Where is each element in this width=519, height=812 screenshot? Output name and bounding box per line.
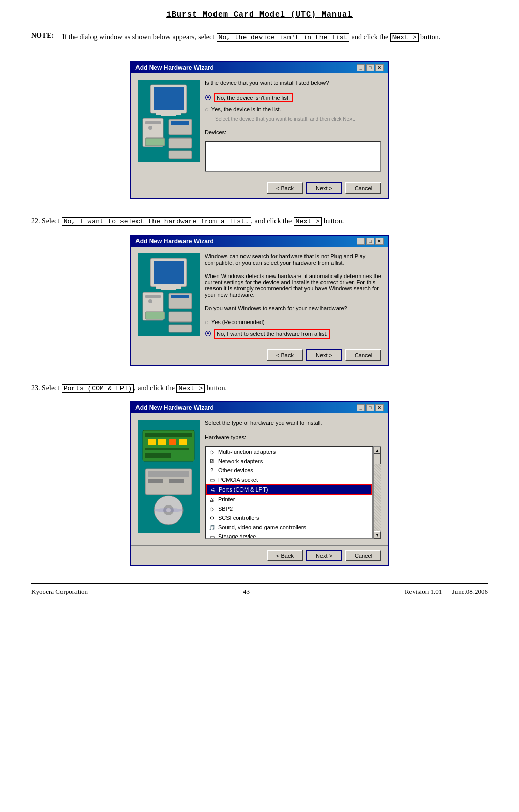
svg-rect-3 <box>161 114 176 116</box>
hw-item-storage[interactable]: ▭ Storage device <box>206 532 372 539</box>
note-text-1: If the dialog window as shown below appe… <box>62 33 217 41</box>
wizard2-content: Windows can now search for hardware that… <box>205 253 381 339</box>
storage-icon: ▭ <box>208 533 216 539</box>
wizard2-radio-group: ○ Yes (Recommended) ⦿ No, I want to sele… <box>205 318 381 339</box>
svg-rect-9 <box>169 138 192 148</box>
page-footer: Kyocera Corporation - 43 - Revision 1.01… <box>31 583 488 596</box>
hw-item-sound[interactable]: 🎵 Sound, video and game controllers <box>206 523 372 532</box>
hw-item-multifunction-label: Multi-function adapters <box>218 449 276 455</box>
wizard1-back-button[interactable]: < Back <box>267 182 303 194</box>
wizard1-radio2-item[interactable]: ○ Yes, the device is in the list. <box>205 105 381 113</box>
hw-item-sbp2[interactable]: ◇ SBP2 <box>206 504 372 513</box>
wizard2-footer: < Back Next > Cancel <box>131 345 388 365</box>
section22-text1: Select <box>42 217 62 225</box>
page-title: iBurst Modem Card Model (UTC) Manual <box>31 10 488 19</box>
wizard3-minimize-btn[interactable]: _ <box>357 404 365 411</box>
svg-rect-26 <box>148 439 156 445</box>
wizard2-maximize-btn[interactable]: □ <box>366 238 374 245</box>
section22-highlight1: No, I want to select the hardware from a… <box>62 217 251 226</box>
wizard1-radio1-btn[interactable]: ⦿ <box>205 94 211 101</box>
hw-item-sbp2-label: SBP2 <box>218 505 233 512</box>
svg-rect-1 <box>154 87 184 110</box>
wizard2-cancel-button[interactable]: Cancel <box>345 349 381 361</box>
wizard1-radio1-item[interactable]: ⦿ No, the device isn't in the list. <box>205 93 381 102</box>
wizard1-footer: < Back Next > Cancel <box>131 178 388 198</box>
wizard2-radio2-item[interactable]: ⦿ No, I want to select the hardware from… <box>205 329 381 339</box>
wizard1-next-button[interactable]: Next > <box>306 182 342 194</box>
wizard1-content: Is the device that you want to install l… <box>205 80 381 172</box>
hw-item-ports[interactable]: 🖨 Ports (COM & LPT) <box>206 484 372 495</box>
hw-item-printer[interactable]: 🖨 Printer <box>206 495 372 504</box>
hw-item-other-label: Other devices <box>218 467 253 473</box>
svg-rect-25 <box>145 433 192 437</box>
section23-text2: , and click the <box>134 384 176 392</box>
hw-item-printer-label: Printer <box>218 496 235 502</box>
svg-rect-11 <box>169 151 192 159</box>
wizard3-next-button[interactable]: Next > <box>306 550 342 561</box>
computer-svg <box>140 82 197 160</box>
hw-item-pcmcia[interactable]: ▭ PCMCIA socket <box>206 475 372 484</box>
scroll-thumb[interactable] <box>374 454 381 464</box>
wizard3-label: Select the type of hardware you want to … <box>205 420 381 426</box>
wizard3-list-area: ◇ Multi-function adapters 🖥 Network adap… <box>205 446 381 539</box>
wizard1-radio-group: ⦿ No, the device isn't in the list. ○ Ye… <box>205 93 381 122</box>
svg-rect-34 <box>148 479 163 483</box>
section23-text: 23. Select Ports (COM & LPT), and click … <box>31 382 488 394</box>
svg-rect-31 <box>145 453 171 458</box>
network-icon: 🖥 <box>208 457 216 465</box>
wizard3-maximize-btn[interactable]: □ <box>366 404 374 411</box>
note-text-3: button. <box>419 33 441 41</box>
hw-item-other[interactable]: ? Other devices <box>206 466 372 475</box>
section22-number: 22. <box>31 217 40 225</box>
svg-rect-28 <box>169 439 176 445</box>
wizard2-title: Add New Hardware Wizard <box>135 238 214 245</box>
section22-text: 22. Select No, I want to select the hard… <box>31 216 488 227</box>
wizard2-radio2-btn[interactable]: ⦿ <box>205 330 211 338</box>
wizard2-radio1-btn[interactable]: ○ <box>205 318 209 326</box>
wizard2-minimize-btn[interactable]: _ <box>357 238 365 245</box>
wizard1-cancel-button[interactable]: Cancel <box>345 182 381 194</box>
wizard2-back-button[interactable]: < Back <box>267 349 303 361</box>
svg-rect-33 <box>148 471 189 477</box>
scroll-down-btn[interactable]: ▼ <box>374 531 381 539</box>
wizard3-hw-list[interactable]: ◇ Multi-function adapters 🖥 Network adap… <box>205 446 373 539</box>
wizard1-radio2-btn[interactable]: ○ <box>205 105 209 113</box>
svg-point-18 <box>148 299 152 303</box>
wizard2-image <box>138 253 200 336</box>
wizard3-back-button[interactable]: < Back <box>267 550 303 561</box>
wizard2-next-button[interactable]: Next > <box>306 349 342 361</box>
scroll-up-btn[interactable]: ▲ <box>374 447 381 454</box>
wizard3-scrollbar[interactable]: ▲ ▼ <box>373 446 381 539</box>
svg-rect-15 <box>161 288 176 290</box>
wizard3-cancel-button[interactable]: Cancel <box>345 550 381 561</box>
note-label: NOTE: <box>31 32 62 40</box>
note-text-2: and click the <box>349 33 390 41</box>
svg-rect-27 <box>158 439 166 445</box>
hw-item-multifunction[interactable]: ◇ Multi-function adapters <box>206 447 372 456</box>
wizard1-body: Is the device that you want to install l… <box>131 73 388 178</box>
section22-text3: button. <box>322 217 344 225</box>
svg-rect-17 <box>145 295 161 298</box>
wizard2-dialog: Add New Hardware Wizard _ □ ✕ <box>130 235 389 366</box>
wizard1-minimize-btn[interactable]: _ <box>357 64 365 71</box>
wizard1-close-btn[interactable]: ✕ <box>375 64 384 71</box>
wizard1-titlebar-buttons: _ □ ✕ <box>357 64 384 71</box>
scroll-track[interactable] <box>374 454 381 531</box>
wizard2-radio1-item[interactable]: ○ Yes (Recommended) <box>205 318 381 326</box>
wizard3-close-btn[interactable]: ✕ <box>375 404 384 411</box>
section23-highlight2: Next > <box>176 384 205 393</box>
wizard2-para2: When Windows detects new hardware, it au… <box>205 273 381 298</box>
multifunction-icon: ◇ <box>208 448 216 455</box>
wizard1-maximize-btn[interactable]: □ <box>366 64 374 71</box>
sbp2-icon: ◇ <box>208 505 216 512</box>
wizard2-para1: Windows can now search for hardware that… <box>205 253 381 266</box>
wizard2-close-btn[interactable]: ✕ <box>375 238 384 245</box>
wizard2-titlebar: Add New Hardware Wizard _ □ ✕ <box>131 236 388 247</box>
hw-item-scsi[interactable]: ⚙ SCSI controllers <box>206 513 372 523</box>
wizard3-titlebar-buttons: _ □ ✕ <box>357 404 384 411</box>
hw-item-storage-label: Storage device <box>218 533 256 539</box>
svg-point-39 <box>154 508 183 512</box>
hw-item-network[interactable]: 🖥 Network adapters <box>206 456 372 466</box>
svg-point-6 <box>148 126 152 130</box>
wizard1-container: Add New Hardware Wizard _ □ ✕ <box>31 61 488 199</box>
